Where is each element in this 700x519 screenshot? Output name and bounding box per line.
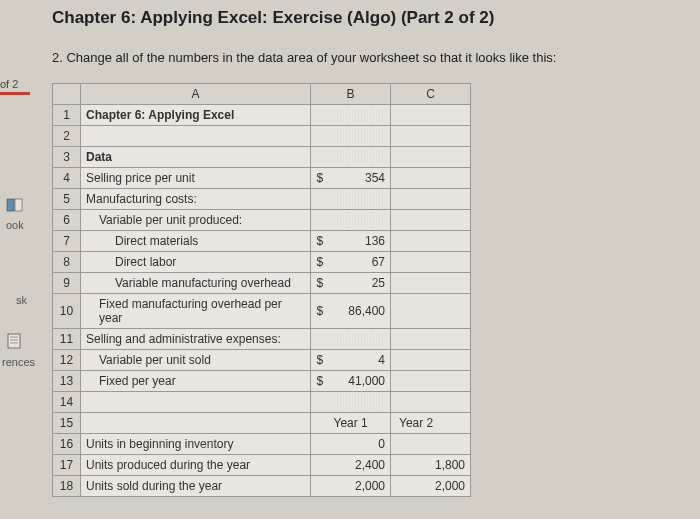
row-num: 18 xyxy=(53,476,81,497)
row-num: 14 xyxy=(53,392,81,413)
cell-b13-sym: $ xyxy=(311,371,329,392)
table-row: 9 Variable manufacturing overhead $ 25 xyxy=(53,273,471,294)
table-row: 17 Units produced during the year 2,400 … xyxy=(53,455,471,476)
cell-a17: Units produced during the year xyxy=(81,455,311,476)
cell-b18: 2,000 xyxy=(329,476,391,497)
cell-a2 xyxy=(81,126,311,147)
book-icon xyxy=(6,198,24,212)
table-row: 14 xyxy=(53,392,471,413)
cell-a16: Units in beginning inventory xyxy=(81,434,311,455)
table-row: 12 Variable per unit sold $ 4 xyxy=(53,350,471,371)
cell-c15: Year 2 xyxy=(391,413,471,434)
table-row: 16 Units in beginning inventory 0 xyxy=(53,434,471,455)
cell-a1: Chapter 6: Applying Excel xyxy=(81,105,311,126)
row-num: 7 xyxy=(53,231,81,252)
page-title: Chapter 6: Applying Excel: Exercise (Alg… xyxy=(52,8,692,28)
cell-a4: Selling price per unit xyxy=(81,168,311,189)
col-header-b: B xyxy=(311,84,391,105)
table-row: 8 Direct labor $ 67 xyxy=(53,252,471,273)
cell-b7: 136 xyxy=(329,231,391,252)
svg-rect-2 xyxy=(8,334,20,348)
row-num: 16 xyxy=(53,434,81,455)
cell-b15: Year 1 xyxy=(329,413,391,434)
cell-a14 xyxy=(81,392,311,413)
cell-c18: 2,000 xyxy=(391,476,471,497)
cell-a6: Variable per unit produced: xyxy=(81,210,311,231)
cell-c17: 1,800 xyxy=(391,455,471,476)
tab-underline xyxy=(0,92,30,95)
cell-a11: Selling and administrative expenses: xyxy=(81,329,311,350)
cell-a13: Fixed per year xyxy=(81,371,311,392)
cell-a3: Data xyxy=(81,147,311,168)
corner-cell xyxy=(53,84,81,105)
cell-b16: 0 xyxy=(329,434,391,455)
cell-b17: 2,400 xyxy=(329,455,391,476)
cell-b12-sym: $ xyxy=(311,350,329,371)
row-num: 1 xyxy=(53,105,81,126)
sidebar-item-book[interactable]: ook xyxy=(4,215,26,235)
row-num: 3 xyxy=(53,147,81,168)
table-row: 18 Units sold during the year 2,000 2,00… xyxy=(53,476,471,497)
cell-b10: 86,400 xyxy=(329,294,391,329)
row-num: 8 xyxy=(53,252,81,273)
row-num: 15 xyxy=(53,413,81,434)
cell-a18: Units sold during the year xyxy=(81,476,311,497)
row-num: 17 xyxy=(53,455,81,476)
content-area: Chapter 6: Applying Excel: Exercise (Alg… xyxy=(52,8,692,497)
cell-b4: 354 xyxy=(329,168,391,189)
sidebar-item-rences[interactable]: rences xyxy=(0,352,37,372)
row-num: 6 xyxy=(53,210,81,231)
table-row: 1 Chapter 6: Applying Excel xyxy=(53,105,471,126)
svg-rect-0 xyxy=(7,199,14,211)
table-row: 3 Data xyxy=(53,147,471,168)
table-row: 11 Selling and administrative expenses: xyxy=(53,329,471,350)
row-num: 4 xyxy=(53,168,81,189)
instruction-text: 2. Change all of the numbers in the data… xyxy=(52,50,692,65)
cell-a8: Direct labor xyxy=(81,252,311,273)
cell-a15 xyxy=(81,413,311,434)
tab-indicator: of 2 xyxy=(0,78,30,95)
cell-b8-sym: $ xyxy=(311,252,329,273)
cell-a9: Variable manufacturing overhead xyxy=(81,273,311,294)
table-row: 10 Fixed manufacturing overhead per year… xyxy=(53,294,471,329)
table-row: 5 Manufacturing costs: xyxy=(53,189,471,210)
cell-b10-sym: $ xyxy=(311,294,329,329)
col-header-c: C xyxy=(391,84,471,105)
cell-b9-sym: $ xyxy=(311,273,329,294)
svg-rect-1 xyxy=(15,199,22,211)
header-row: A B C xyxy=(53,84,471,105)
cell-b7-sym: $ xyxy=(311,231,329,252)
cell-a10: Fixed manufacturing overhead per year xyxy=(81,294,311,329)
table-row: 15 Year 1 Year 2 xyxy=(53,413,471,434)
cell-a5: Manufacturing costs: xyxy=(81,189,311,210)
cell-b13: 41,000 xyxy=(329,371,391,392)
col-header-a: A xyxy=(81,84,311,105)
table-row: 13 Fixed per year $ 41,000 xyxy=(53,371,471,392)
cell-b8: 67 xyxy=(329,252,391,273)
tab-label: of 2 xyxy=(0,78,18,90)
row-num: 10 xyxy=(53,294,81,329)
row-num: 11 xyxy=(53,329,81,350)
cell-b12: 4 xyxy=(329,350,391,371)
sidebar-item-sk[interactable]: sk xyxy=(14,290,29,310)
excel-table: A B C 1 Chapter 6: Applying Excel 2 3 Da… xyxy=(52,83,471,497)
row-num: 5 xyxy=(53,189,81,210)
cell-a12: Variable per unit sold xyxy=(81,350,311,371)
table-row: 7 Direct materials $ 136 xyxy=(53,231,471,252)
table-row: 6 Variable per unit produced: xyxy=(53,210,471,231)
document-icon xyxy=(6,333,24,349)
row-num: 12 xyxy=(53,350,81,371)
row-num: 13 xyxy=(53,371,81,392)
cell-a7: Direct materials xyxy=(81,231,311,252)
cell-b9: 25 xyxy=(329,273,391,294)
sidebar: of 2 ook sk rences xyxy=(0,0,38,519)
row-num: 9 xyxy=(53,273,81,294)
table-row: 4 Selling price per unit $ 354 xyxy=(53,168,471,189)
table-row: 2 xyxy=(53,126,471,147)
row-num: 2 xyxy=(53,126,81,147)
cell-b4-sym: $ xyxy=(311,168,329,189)
